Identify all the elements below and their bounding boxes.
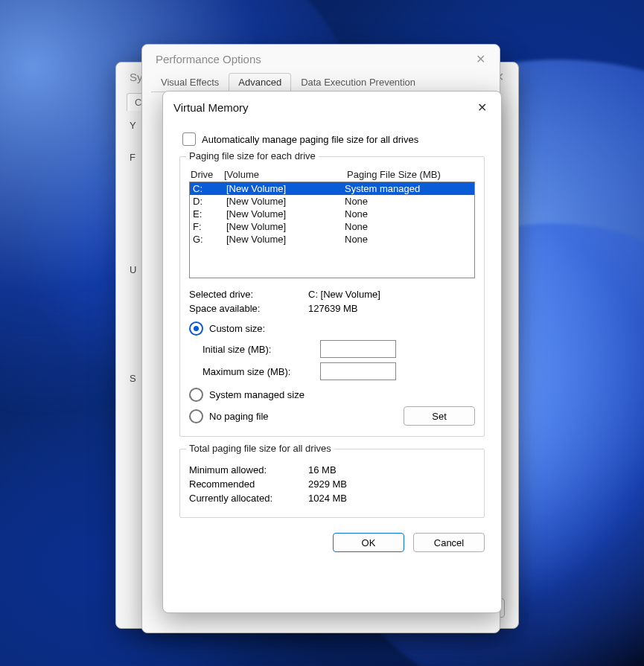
drive-row[interactable]: D:[New Volume]None [190,195,474,208]
header-drive: Drive [191,169,224,180]
no-paging-label: No paging file [209,411,269,422]
set-button[interactable]: Set [404,406,475,426]
selected-drive-value: C: [New Volume] [308,289,475,300]
drive-letter: F: [193,221,226,232]
tab-dep[interactable]: Data Execution Prevention [291,73,425,92]
no-paging-radio[interactable] [189,409,203,423]
drive-paging-size: None [345,234,471,245]
group-legend: Total paging file size for all drives [186,443,334,454]
header-volume: [Volume [224,169,347,180]
window-title: Performance Options [156,53,261,65]
drive-volume: [New Volume] [226,221,345,232]
ok-button[interactable]: OK [333,533,404,552]
maximum-size-label: Maximum size (MB): [203,366,314,377]
recommended-label: Recommended [189,478,308,490]
initial-size-input[interactable] [320,340,396,358]
drive-row[interactable]: G:[New Volume]None [190,233,474,246]
auto-manage-checkbox[interactable] [182,132,196,146]
drive-letter: D: [193,196,226,207]
drive-paging-size: None [345,196,471,207]
drive-volume: [New Volume] [226,183,345,194]
total-paging-group: Total paging file size for all drives Mi… [179,449,485,518]
auto-manage-label: Automatically manage paging file size fo… [202,134,418,145]
group-legend: Paging file size for each drive [186,150,319,161]
space-available-label: Space available: [189,303,308,314]
currently-allocated-label: Currently allocated: [189,493,308,504]
drive-letter: E: [193,208,226,220]
drive-letter: G: [193,234,226,245]
close-icon[interactable]: ✕ [473,100,491,115]
initial-size-label: Initial size (MB): [203,344,314,355]
close-icon[interactable]: ✕ [471,52,489,66]
drive-row[interactable]: F:[New Volume]None [190,220,474,233]
custom-size-label: Custom size: [209,323,265,334]
currently-allocated-value: 1024 MB [308,493,475,504]
maximum-size-input[interactable] [320,362,396,380]
min-allowed-label: Minimum allowed: [189,464,308,476]
drive-row[interactable]: E:[New Volume]None [190,208,474,220]
recommended-value: 2929 MB [308,478,475,490]
custom-size-radio[interactable] [189,321,203,336]
drive-volume: [New Volume] [226,208,345,220]
space-available-value: 127639 MB [308,303,475,314]
drive-paging-size: None [345,221,471,232]
system-managed-radio[interactable] [189,388,203,402]
drive-paging-size: None [345,208,471,220]
drive-volume: [New Volume] [226,234,345,245]
min-allowed-value: 16 MB [308,464,475,476]
drive-volume: [New Volume] [226,196,345,207]
tab-visual-effects[interactable]: Visual Effects [151,73,229,92]
dialog-title: Virtual Memory [173,101,249,114]
cancel-button[interactable]: Cancel [413,533,485,552]
drive-paging-size: System managed [345,183,471,194]
system-managed-label: System managed size [209,389,305,400]
drive-row[interactable]: C:[New Volume]System managed [190,182,474,195]
virtual-memory-dialog: Virtual Memory ✕ Automatically manage pa… [162,91,502,613]
tab-advanced[interactable]: Advanced [229,73,291,92]
drive-letter: C: [193,183,226,194]
paging-per-drive-group: Paging file size for each drive Drive [V… [179,156,485,437]
drive-listbox[interactable]: C:[New Volume]System managedD:[New Volum… [189,182,475,278]
header-size: Paging File Size (MB) [347,169,474,180]
selected-drive-label: Selected drive: [189,289,308,300]
